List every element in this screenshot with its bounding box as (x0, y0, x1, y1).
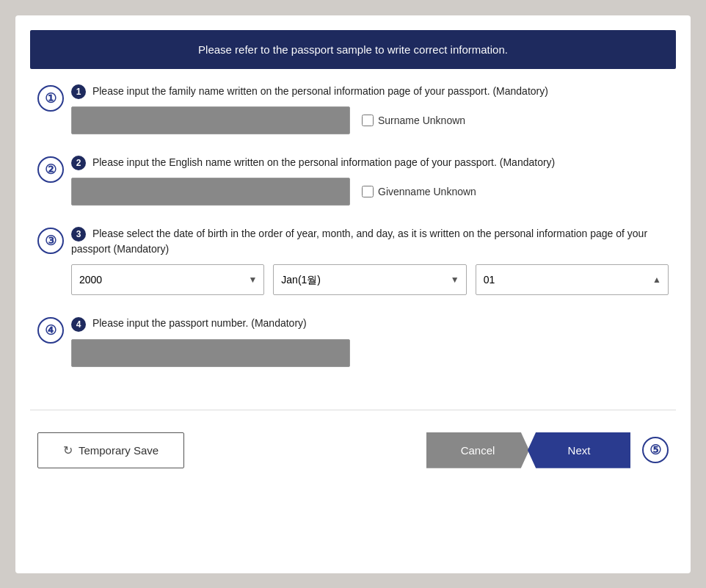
year-select-wrapper: 2000 1999 1998 2001 ▼ (71, 264, 264, 295)
question-label-1: 1 Please input the family name written o… (71, 84, 669, 99)
question-label-3: 3 Please select the date of birth in the… (71, 226, 669, 257)
refresh-icon: ↻ (63, 443, 73, 457)
givenname-unknown-label[interactable]: Givenname Unknown (362, 186, 476, 197)
month-select-wrapper: Jan(1월) Feb(2월) Mar(3월) ▼ (273, 264, 466, 295)
footer-divider (30, 410, 676, 410)
question-block-2: ② 2 Please input the English name writte… (37, 155, 669, 206)
question-block-1: ① 1 Please input the family name written… (37, 84, 669, 134)
footer-buttons: ↻ Temporary Save Cancel Next ⑤ (15, 425, 691, 490)
next-label: Next (568, 444, 591, 457)
input-row-2: Givenname Unknown (71, 178, 669, 206)
form-body: ① 1 Please input the family name written… (15, 69, 691, 402)
step-circle-3: ③ (37, 228, 64, 254)
question-content-4: 4 Please input the passport number. (Man… (71, 316, 669, 366)
surname-unknown-checkbox[interactable] (362, 115, 374, 126)
bullet-2: 2 (71, 156, 86, 170)
page-container: Please refer to the passport sample to w… (15, 15, 691, 573)
dob-row: 2000 1999 1998 2001 ▼ Jan(1월) Feb(2월) Ma… (71, 264, 669, 295)
input-row-4 (71, 339, 669, 367)
question-content-2: 2 Please input the English name written … (71, 155, 669, 206)
cancel-label: Cancel (461, 444, 495, 457)
question-label-4: 4 Please input the passport number. (Man… (71, 316, 669, 331)
givenname-unknown-text: Givenname Unknown (378, 186, 476, 197)
givenname-unknown-checkbox[interactable] (362, 186, 374, 197)
step-circle-2: ② (37, 156, 64, 183)
input-row-1: Surname Unknown (71, 106, 669, 134)
day-select[interactable]: 01 02 03 (476, 264, 669, 295)
question-content-3: 3 Please select the date of birth in the… (71, 226, 669, 295)
year-select[interactable]: 2000 1999 1998 2001 (71, 264, 264, 295)
step-circle-4: ④ (37, 317, 64, 344)
step-circle-1: ① (37, 85, 64, 112)
month-select[interactable]: Jan(1월) Feb(2월) Mar(3월) (273, 264, 466, 295)
info-banner: Please refer to the passport sample to w… (30, 30, 676, 69)
next-button[interactable]: Next (528, 432, 630, 468)
passport-number-input[interactable] (71, 339, 350, 367)
question-label-2: 2 Please input the English name written … (71, 155, 669, 170)
banner-text: Please refer to the passport sample to w… (198, 43, 508, 56)
bullet-3: 3 (71, 227, 86, 242)
step5-circle: ⑤ (642, 437, 669, 463)
surname-unknown-label[interactable]: Surname Unknown (362, 115, 465, 126)
bullet-4: 4 (71, 317, 86, 332)
temp-save-label: Temporary Save (79, 444, 159, 457)
cancel-next-wrapper: Cancel Next ⑤ (426, 432, 669, 468)
question-content-1: 1 Please input the family name written o… (71, 84, 669, 134)
surname-input[interactable] (71, 106, 350, 134)
surname-unknown-text: Surname Unknown (378, 115, 465, 126)
question-block-3: ③ 3 Please select the date of birth in t… (37, 226, 669, 295)
cancel-button[interactable]: Cancel (426, 432, 529, 468)
temp-save-button[interactable]: ↻ Temporary Save (37, 432, 184, 468)
givenname-input[interactable] (71, 178, 350, 206)
question-block-4: ④ 4 Please input the passport number. (M… (37, 316, 669, 366)
bullet-1: 1 (71, 84, 86, 99)
day-select-wrapper: 01 02 03 ▲ (476, 264, 669, 295)
